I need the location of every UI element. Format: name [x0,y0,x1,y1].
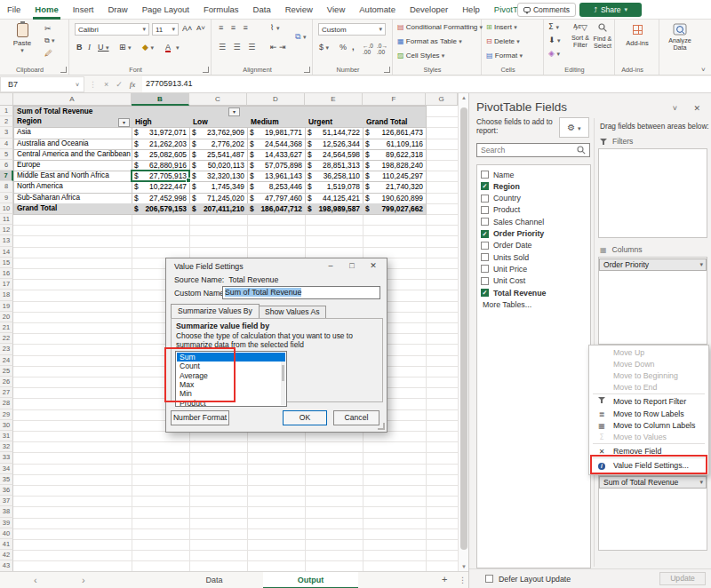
pane-options-button[interactable]: ⚙ ▾ [559,117,589,138]
ok-button[interactable]: OK [283,410,327,425]
insert-function-icon[interactable]: fx [130,80,136,89]
pivot-region-cell[interactable]: Sub-Saharan Africa [13,193,132,204]
row-header-14[interactable]: 14 [0,247,13,258]
column-header-B[interactable]: B [132,93,189,106]
row-header-23[interactable]: 23 [0,344,13,354]
selected-cell[interactable] [131,170,190,182]
dialog-minimize-icon[interactable]: – [321,260,340,273]
ribbon-tab-insert[interactable]: Insert [66,0,101,20]
columns-field-pill[interactable]: Order Priority▾ [599,258,707,271]
paste-button[interactable]: Paste ▾ [7,23,37,54]
clipboard-dialog-launcher[interactable] [60,67,67,73]
column-header-F[interactable]: F [363,93,426,106]
field-item-order-date[interactable]: Order Date [481,240,532,251]
row-header-11[interactable]: 11 [0,214,13,225]
pivot-value-cell-D5[interactable]: $14,433,627 [247,149,306,161]
pivot-value-cell-F4[interactable]: $61,109,116 [363,139,427,150]
row-header-15[interactable]: 15 [0,258,13,268]
pivot-region-cell[interactable]: Middle East and North Africa [13,171,132,182]
region-filter-button[interactable]: ▾ [118,118,130,127]
sheet-nav-back-icon[interactable]: ‹ [34,572,37,588]
row-header-10[interactable]: 10 [0,203,13,214]
row-header-21[interactable]: 21 [0,322,13,333]
row-header-25[interactable]: 25 [0,366,13,377]
percent-button[interactable]: % [340,43,347,52]
fill-color-button[interactable]: ◆ ▾ [142,43,154,52]
row-header-5[interactable]: 5 [0,149,13,160]
field-checkbox[interactable] [481,195,489,203]
field-item-order-priority[interactable]: ✓Order Priority [481,228,544,240]
pivot-value-cell-D7[interactable]: $13,961,143 [247,171,306,182]
row-header-19[interactable]: 19 [0,301,13,312]
row-header-41[interactable]: 41 [0,539,13,550]
ribbon-tab-automate[interactable]: Automate [352,0,403,20]
row-header-17[interactable]: 17 [0,279,13,290]
vertical-scrollbar[interactable]: ▲ ▼ [458,93,468,571]
pivot-value-cell-E5[interactable]: $24,564,598 [305,149,363,161]
row-header-30[interactable]: 30 [0,420,13,431]
row-header-8[interactable]: 8 [0,181,13,192]
font-name-combo[interactable]: Calibri▾ [75,23,149,36]
horizontal-align-buttons[interactable]: ☰ ☰ ☰ [219,43,258,52]
pivot-value-cell-D3[interactable]: $19,981,771 [247,127,306,139]
field-item-region[interactable]: ✓Region [481,180,520,192]
scroll-down-icon[interactable]: ▼ [459,564,468,569]
ribbon-tab-file[interactable]: File [0,0,28,20]
pivot-value-cell-B3[interactable]: $31,972,071 [132,127,190,139]
pivot-value-cell-C5[interactable]: $25,541,487 [189,149,248,161]
row-header-6[interactable]: 6 [0,160,13,171]
insert-cells-button[interactable]: ⊞ Insert ▾ [486,23,517,31]
bold-button[interactable]: B [76,43,83,52]
pivot-column-header-urgent[interactable]: Urgent [305,116,363,128]
field-item-sales-channel[interactable]: Sales Channel [481,216,544,227]
search-input[interactable]: Search [476,143,590,157]
ribbon-tab-home[interactable]: Home [28,0,65,20]
row-header-43[interactable]: 43 [0,560,13,571]
pivot-value-cell-F9[interactable]: $190,620,899 [363,193,427,204]
format-cells-button[interactable]: ▤ Format ▾ [486,52,523,60]
font-size-combo[interactable]: 11▾ [152,23,179,36]
pane-chevron-icon[interactable]: ˅ [673,104,677,113]
filters-area[interactable] [598,148,707,238]
accounting-format-button[interactable]: $ ▾ [319,43,329,52]
borders-button[interactable]: ⊞ ▾ [119,43,132,52]
field-item-product[interactable]: Product [481,204,520,216]
pivot-column-header-medium[interactable]: Medium [247,116,306,128]
italic-button[interactable]: I [88,43,91,52]
orientation-button[interactable]: ⌇ ▾ [270,23,279,32]
row-header-36[interactable]: 36 [0,485,13,496]
row-header-22[interactable]: 22 [0,333,13,344]
row-header-26[interactable]: 26 [0,377,13,387]
pivot-value-cell-F8[interactable]: $21,740,320 [363,181,427,193]
row-header-28[interactable]: 28 [0,398,13,409]
field-checkbox[interactable] [481,253,489,261]
dialog-resize-grip[interactable] [378,423,385,430]
order-priority-filter-button[interactable]: ▾ [228,107,240,116]
select-all-corner[interactable] [0,93,13,106]
row-header-1[interactable]: 1 [0,106,13,116]
cut-button[interactable]: ✂ [44,24,52,33]
pivot-column-header-low[interactable]: Low [189,116,248,128]
ribbon-tab-draw[interactable]: Draw [100,0,134,20]
pivot-value-cell-F7[interactable]: $110,245,297 [363,171,427,182]
autosum-button[interactable]: Σ ▾ [548,22,559,31]
column-header-C[interactable]: C [189,93,247,106]
column-header-A[interactable]: A [13,93,132,106]
comments-button[interactable]: Comments [517,3,576,17]
name-box[interactable]: B7˅ [0,76,84,92]
pivot-grand-total-B[interactable]: $206,579,153 [132,203,190,215]
row-header-18[interactable]: 18 [0,290,13,300]
pivot-value-cell-C4[interactable]: $2,776,202 [189,139,248,150]
field-checkbox[interactable] [481,171,489,179]
vertical-align-buttons[interactable]: ≡ ≡ ≡ [219,23,251,32]
pivot-value-cell-D4[interactable]: $24,544,368 [247,139,306,150]
sheet-tab-overflow-icon[interactable]: ⋮ [459,572,467,588]
dialog-maximize-icon[interactable]: □ [342,260,362,273]
field-checkbox[interactable]: ✓ [481,230,489,238]
row-header-31[interactable]: 31 [0,431,13,441]
ribbon-tab-page-layout[interactable]: Page Layout [135,0,196,20]
menu-item-move-to-report-filter[interactable]: Move to Report Filter [590,396,707,408]
row-header-3[interactable]: 3 [0,127,13,138]
find-select-button[interactable]: Find & Select [592,23,613,50]
ribbon-tab-data[interactable]: Data [246,0,278,20]
